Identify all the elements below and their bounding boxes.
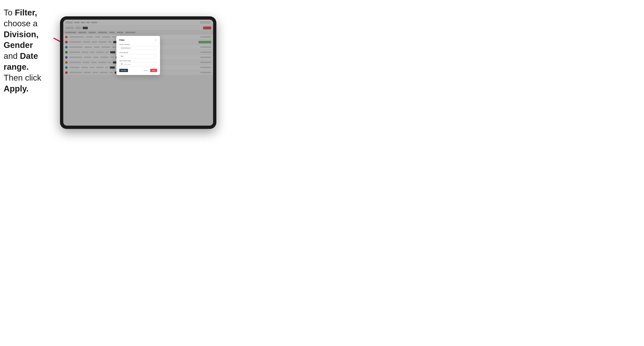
clear-filter-button[interactable]: Clear filter: [119, 69, 128, 72]
date-input[interactable]: 📅 Pick a date: [119, 62, 157, 66]
gender-select-wrapper: Men × ⌄: [119, 54, 157, 58]
gender-field-group: Select gender Men × ⌄: [119, 52, 157, 58]
dialog-actions: Clear filter Cancel Apply: [119, 69, 157, 72]
date-label: Select Date range: [119, 60, 157, 62]
dialog-header: Filter ×: [119, 39, 157, 41]
division-value: NCAA Division I: [121, 47, 131, 49]
filter-dialog: Filter × Select a division NCAA Division…: [116, 36, 160, 75]
division-select[interactable]: NCAA Division I: [119, 46, 157, 50]
gender-select[interactable]: Men: [119, 54, 157, 58]
instruction-line1: To Filter, choose a: [4, 8, 38, 28]
gender-clear-icon[interactable]: ×: [154, 55, 154, 57]
instruction-line4: Then click Apply.: [4, 73, 41, 93]
division-label: Select a division: [119, 44, 157, 45]
date-field-group: Select Date range 📅 Pick a date: [119, 60, 157, 66]
cancel-button[interactable]: Cancel: [142, 69, 149, 72]
date-placeholder: Pick a date: [124, 64, 131, 65]
modal-overlay: Filter × Select a division NCAA Division…: [63, 20, 213, 126]
gender-label: Select gender: [119, 52, 157, 53]
division-field-group: Select a division NCAA Division I × ⌄: [119, 44, 157, 50]
dialog-close-button[interactable]: ×: [154, 39, 157, 41]
gender-value: Men: [121, 55, 124, 57]
instruction-line2: Division, Gender: [4, 30, 38, 50]
instruction-line3: and Date range.: [4, 51, 38, 72]
instruction-text: To Filter, choose a Division, Gender and…: [4, 7, 58, 94]
calendar-icon: 📅: [121, 64, 123, 65]
division-clear-icon[interactable]: ×: [154, 47, 154, 49]
tablet-screen: Filter × Select a division NCAA Division…: [63, 20, 213, 126]
division-select-wrapper: NCAA Division I × ⌄: [119, 46, 157, 50]
dialog-title: Filter: [119, 39, 124, 41]
tablet-frame: Filter × Select a division NCAA Division…: [60, 16, 216, 129]
gender-chevron-icon: ⌄: [155, 55, 156, 57]
apply-button[interactable]: Apply: [150, 69, 157, 72]
division-chevron-icon: ⌄: [155, 47, 156, 49]
